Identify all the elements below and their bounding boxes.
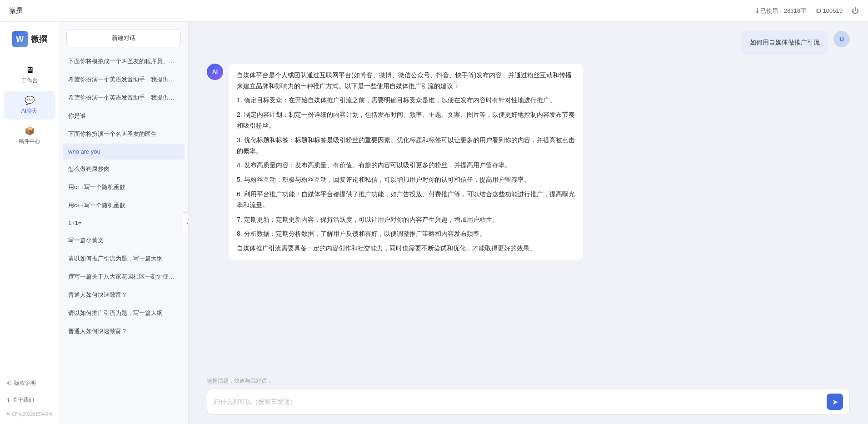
message-paragraph: 4. 发布高质量内容：发布高质量、有价值、有趣的内容可以吸引更多的粉丝，并提高用… <box>237 160 575 171</box>
chat-sidebar: 新建对话 下面你将模拟成一个叫圣友的程序员、我说...希望你扮演一个英语发音助手… <box>59 22 189 424</box>
topbar-title: 微撰 <box>9 6 23 15</box>
input-container: ➤ <box>207 389 850 415</box>
quick-topics-label: 选择话题，快速与我对话： <box>207 377 850 385</box>
drafts-label: 稿件中心 <box>19 138 40 145</box>
ai-chat-icon: 💬 <box>25 95 35 105</box>
list-item[interactable]: 1+1= <box>63 215 185 231</box>
list-item[interactable]: 请以如何推广引流为题，写一篇大纲 <box>63 250 185 267</box>
list-item[interactable]: 下面你将模拟成一个叫圣友的程序员、我说... <box>63 53 185 70</box>
icp-text: 粤ICP备2022015948号 <box>0 409 59 419</box>
list-item[interactable]: 希望你扮演一个英语发音助手，我提供给你... <box>63 71 185 88</box>
drafts-icon: 📦 <box>25 126 35 136</box>
message-paragraph: 自媒体推广引流需要具备一定的内容创作和社交能力，同时也需要不断尝试和优化，才能取… <box>237 243 575 254</box>
chat-main: U如何用自媒体做推广引流AI自媒体平台是个人或团队通过互联网平台(如博客、微博、… <box>189 22 868 424</box>
message-bubble: 自媒体平台是个人或团队通过互联网平台(如博客、微博、微信公众号、抖音、快手等)发… <box>229 64 583 260</box>
logo-icon: W <box>12 31 28 47</box>
list-item[interactable]: who are you <box>63 144 185 160</box>
send-icon: ➤ <box>832 398 838 406</box>
about-label: 关于我们 <box>12 396 34 404</box>
logo-area: W 微撰 <box>7 31 52 47</box>
usage-info: ℹ 已使用：28318字 <box>756 7 806 15</box>
logo-text: 微撰 <box>31 34 47 45</box>
new-chat-button[interactable]: 新建对话 <box>66 29 181 47</box>
message-row: U如何用自媒体做推广引流 <box>207 31 850 55</box>
nav-items: 🖥 工作台 💬 AI聊天 📦 稿件中心 <box>0 61 59 150</box>
chat-messages: U如何用自媒体做推广引流AI自媒体平台是个人或团队通过互联网平台(如博客、微博、… <box>189 22 868 373</box>
message-paragraph: 自媒体平台是个人或团队通过互联网平台(如博客、微博、微信公众号、抖音、快手等)发… <box>237 70 575 92</box>
list-item[interactable]: 希望你扮演一个英语发音助手，我提供给你... <box>63 89 185 106</box>
copyright-label: 版权说明 <box>14 379 36 387</box>
sidebar-item-workbench[interactable]: 🖥 工作台 <box>4 61 55 89</box>
message-paragraph: 2. 制定内容计划：制定一份详细的内容计划，包括发布时间、频率、主题、文案、图片… <box>237 110 575 131</box>
list-item[interactable]: 写一篇小黄文 <box>63 232 185 249</box>
sidebar-item-ai-chat[interactable]: 💬 AI聊天 <box>4 91 55 120</box>
send-button[interactable]: ➤ <box>827 394 843 410</box>
message-paragraph: 6. 利用平台推广功能：自媒体平台都提供了推广功能，如广告投放、付费推广等，可以… <box>237 189 575 211</box>
sidebar-item-drafts[interactable]: 📦 稿件中心 <box>4 121 55 150</box>
list-item[interactable]: 怎么做狗屎炒肉 <box>63 160 185 178</box>
list-item[interactable]: 用c++写一个随机函数 <box>63 179 185 196</box>
avatar: AI <box>207 64 223 80</box>
copyright-icon: © <box>7 380 11 387</box>
list-item[interactable]: 用c++写一个随机函数 <box>63 197 185 214</box>
list-item[interactable]: 撰写一篇关于八大家花园社区一刻钟便民生... <box>63 268 185 285</box>
list-item[interactable]: 普通人如何快速致富？ <box>63 286 185 304</box>
workbench-icon: 🖥 <box>25 65 34 75</box>
power-button[interactable]: ⏻ <box>852 7 859 15</box>
message-paragraph: 1. 确定目标受众：在开始自媒体推广引流之前，需要明确目标受众是谁，以便在发布内… <box>237 95 575 106</box>
message-paragraph: 5. 与粉丝互动：积极与粉丝互动，回复评论和私信，可以增加用户对你的认可和信任，… <box>237 175 575 185</box>
topbar: 微撰 ℹ 已使用：28318字 ID:100519 ⏻ <box>0 0 868 22</box>
message-paragraph: 7. 定期更新：定期更新内容，保持活跃度，可以让用户对你的内容产生兴趣，增加用户… <box>237 214 575 225</box>
usage-label: 已使用：28318字 <box>760 7 806 15</box>
workbench-label: 工作台 <box>21 77 38 85</box>
main-layout: W 微撰 🖥 工作台 💬 AI聊天 📦 稿件中心 © 版权说明 ℹ <box>0 22 868 424</box>
left-sidebar: W 微撰 🖥 工作台 💬 AI聊天 📦 稿件中心 © 版权说明 ℹ <box>0 22 59 424</box>
list-item[interactable]: 请以如何推广引流为题，写一篇大纲 <box>63 304 185 322</box>
list-item[interactable]: 下面你将扮演一个名叫圣友的医生 <box>63 125 185 143</box>
ai-chat-label: AI聊天 <box>21 107 37 115</box>
chat-input[interactable] <box>214 396 822 407</box>
message-bubble: 如何用自媒体做推广引流 <box>742 31 828 55</box>
about-item[interactable]: ℹ 关于我们 <box>0 393 59 408</box>
list-item[interactable]: 普通人如何快速致富？ <box>63 323 185 340</box>
collapse-sidebar-button[interactable]: ◀ <box>183 212 189 234</box>
message-paragraph: 3. 优化标题和标签：标题和标签是吸引粉丝的重要因素。优化标题和标签可以让更多的… <box>237 135 575 157</box>
topbar-right: ℹ 已使用：28318字 ID:100519 ⏻ <box>756 7 859 15</box>
chat-input-area: 选择话题，快速与我对话： ➤ <box>189 373 868 424</box>
sidebar-bottom: © 版权说明 ℹ 关于我们 粤ICP备2022015948号 <box>0 376 59 419</box>
about-icon: ℹ <box>7 397 10 404</box>
list-item[interactable]: 你是谁 <box>63 107 185 125</box>
usage-icon: ℹ <box>756 7 758 14</box>
message-row: AI自媒体平台是个人或团队通过互联网平台(如博客、微博、微信公众号、抖音、快手等… <box>207 64 850 260</box>
id-label: ID:100519 <box>815 7 843 14</box>
copyright-item[interactable]: © 版权说明 <box>0 376 59 391</box>
chat-list: 下面你将模拟成一个叫圣友的程序员、我说...希望你扮演一个英语发音助手，我提供给… <box>59 53 188 424</box>
message-paragraph: 8. 分析数据：定期分析数据，了解用户反馈和喜好，以便调整推广策略和内容发布频率… <box>237 229 575 239</box>
avatar: U <box>833 31 850 47</box>
